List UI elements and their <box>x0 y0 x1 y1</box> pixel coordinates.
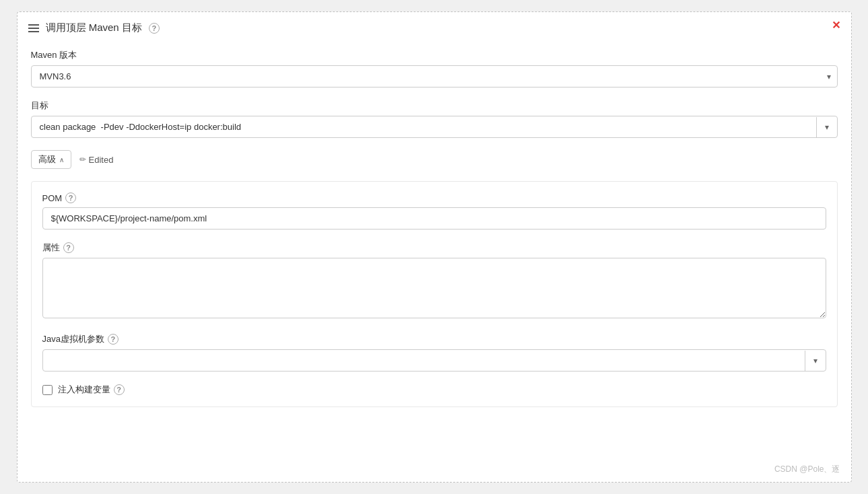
footer-text: CSDN @Pole、逐 <box>774 464 840 475</box>
inject-build-vars-help-icon[interactable]: ? <box>114 384 125 395</box>
maven-version-select[interactable]: MVN3.6 MVN3.5 MVN3.3 <box>31 65 838 87</box>
jvm-args-group: Java虚拟机参数 ? ▾ <box>42 333 826 372</box>
dialog-help-icon[interactable]: ? <box>149 23 160 34</box>
target-arrow-button[interactable]: ▾ <box>816 117 837 137</box>
edited-badge: ✏ Edited <box>79 155 114 165</box>
pom-group: POM ? <box>42 192 826 230</box>
hamburger-icon[interactable] <box>28 24 39 32</box>
target-input-wrapper: ▾ <box>31 116 838 138</box>
jvm-args-arrow-button[interactable]: ▾ <box>805 351 826 371</box>
edit-icon: ✏ <box>79 155 86 164</box>
target-label: 目标 <box>31 100 838 112</box>
pom-help-icon[interactable]: ? <box>65 192 76 203</box>
advanced-section: POM ? 属性 ? Java虚拟机参数 ? <box>31 181 838 407</box>
pom-label: POM ? <box>42 192 826 203</box>
inject-build-vars-row: 注入构建变量 ? <box>42 384 826 396</box>
pom-input[interactable] <box>42 207 826 230</box>
jvm-args-input[interactable] <box>43 350 805 371</box>
properties-help-icon[interactable]: ? <box>63 242 74 253</box>
inject-build-vars-label: 注入构建变量 ? <box>58 384 125 396</box>
maven-version-group: Maven 版本 MVN3.6 MVN3.5 MVN3.3 ▾ <box>31 49 838 87</box>
maven-version-select-wrapper: MVN3.6 MVN3.5 MVN3.3 ▾ <box>31 65 838 87</box>
dialog-title: 调用顶层 Maven 目标 <box>46 22 142 34</box>
properties-group: 属性 ? <box>42 242 826 321</box>
dialog-container: 调用顶层 Maven 目标 ? ✕ Maven 版本 MVN3.6 MVN3.5… <box>17 11 852 483</box>
jvm-args-input-wrapper: ▾ <box>42 349 826 372</box>
properties-label: 属性 ? <box>42 242 826 254</box>
advanced-bar: 高级 ∧ ✏ Edited <box>31 150 838 169</box>
inject-build-vars-checkbox[interactable] <box>42 385 53 395</box>
maven-version-label: Maven 版本 <box>31 49 838 61</box>
properties-textarea[interactable] <box>42 258 826 318</box>
chevron-up-icon: ∧ <box>59 156 64 164</box>
dialog-header: 调用顶层 Maven 目标 ? ✕ <box>18 12 851 44</box>
advanced-button[interactable]: 高级 ∧ <box>31 150 71 169</box>
jvm-args-label: Java虚拟机参数 ? <box>42 333 826 345</box>
target-group: 目标 ▾ <box>31 100 838 138</box>
target-input[interactable] <box>32 116 816 137</box>
dialog-body: Maven 版本 MVN3.6 MVN3.5 MVN3.3 ▾ 目标 ▾ <box>18 44 851 421</box>
close-button[interactable]: ✕ <box>832 20 840 31</box>
jvm-args-help-icon[interactable]: ? <box>108 334 119 345</box>
